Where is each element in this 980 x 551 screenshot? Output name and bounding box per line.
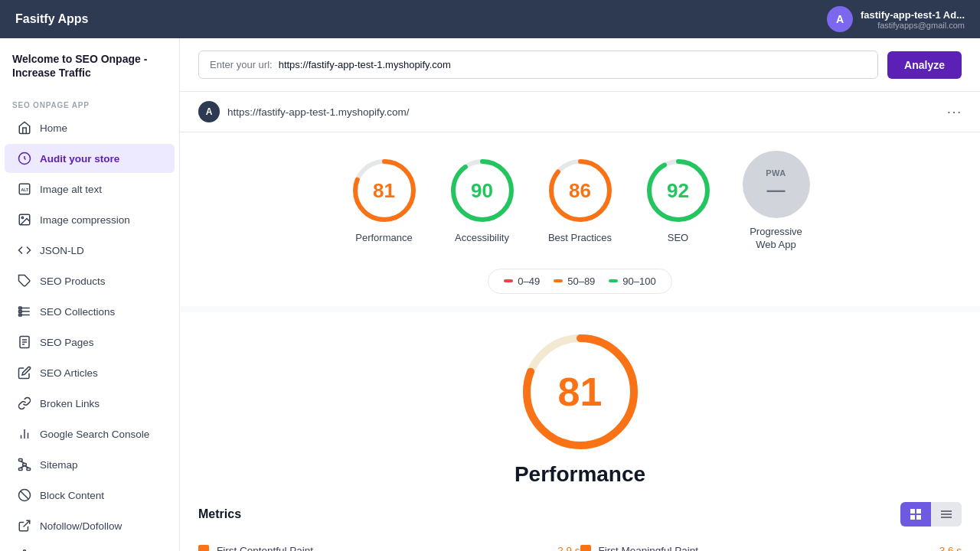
svg-text:ALT: ALT [21,187,30,192]
score-label-seo: SEO [668,232,688,245]
legend-dot-red [504,279,513,282]
home-icon [17,120,32,135]
metrics-title: Metrics [198,507,241,521]
tag-icon [17,273,32,289]
sidebar-item-console[interactable]: Google Search Console [5,419,175,448]
topbar: Fasitfy Apps A fastify-app-test-1 Ad... … [0,0,980,38]
sidebar-item-label: Home [40,122,67,134]
sidebar-item-label: Nofollow/Dofollow [40,520,122,532]
score-circle-accessibility: 90 [449,157,516,224]
sidebar-item-label: Image alt text [40,184,102,195]
svg-rect-19 [27,468,31,471]
sidebar-item-collections[interactable]: SEO Collections [5,297,175,326]
score-number-best-practices: 86 [569,179,591,203]
sidebar-welcome: Welcome to SEO Onpage - Increase Traffic [0,38,179,89]
score-cards-row: 81 Performance 90 Accessibility [180,132,980,261]
svg-line-20 [21,461,24,464]
sidebar-item-label: JSON-LD [40,245,84,256]
legend-range-red: 0–49 [518,276,540,287]
sidebar-item-label: Google Search Console [40,429,149,440]
metrics-header: Metrics [198,502,962,527]
sidebar-item-label: SEO Collections [40,306,115,318]
sidebar-item-audit[interactable]: Audit your store [5,144,175,173]
page-icon [17,334,32,350]
svg-line-24 [21,491,29,500]
site-favicon: A [198,101,220,122]
sidebar-item-nofollow[interactable]: Nofollow/Dofollow [5,511,175,540]
legend-range-orange: 50–89 [567,276,595,287]
svg-rect-18 [19,468,23,471]
pwa-label: PWA [766,168,786,178]
sidebar-item-label: SEO Products [40,276,106,287]
sidebar-item-compression[interactable]: Image compression [5,205,175,234]
sidebar-section-label: SEO ONPAGE APP [0,95,179,112]
grid-view-button[interactable] [900,502,931,527]
site-row-left: A https://fastify-app-test-1.myshopify.c… [198,101,410,122]
url-input-wrap[interactable]: Enter your url: https://fastify-app-test… [198,51,878,79]
score-number-accessibility: 90 [471,179,493,203]
sidebar-item-block[interactable]: Block Content [5,481,175,510]
score-card-seo: 92 SEO [645,157,712,245]
chart-icon [17,426,32,442]
collection-icon [17,304,32,319]
sidebar-item-settings[interactable]: Advanced Setting [5,542,175,551]
sidebar-item-alt[interactable]: ALT Image alt text [5,174,175,204]
svg-rect-16 [19,459,23,461]
sidebar-item-jsonld[interactable]: JSON-LD [5,236,175,265]
score-circle-performance: 81 [351,157,418,224]
nofollow-icon [17,518,32,533]
sidebar-item-broken[interactable]: Broken Links [5,389,175,418]
svg-rect-40 [910,509,915,514]
score-number-performance: 81 [373,179,395,203]
sidebar-item-articles[interactable]: SEO Articles [5,358,175,387]
sidebar-item-home[interactable]: Home [5,113,175,142]
url-bar-area: Enter your url: https://fastify-app-test… [180,38,980,92]
legend-dot-green [609,279,618,282]
legend-pill: 0–49 50–89 90–100 [488,269,671,294]
pwa-dash: — [767,179,786,201]
svg-rect-46 [941,517,952,518]
svg-rect-41 [916,509,921,514]
list-view-button[interactable] [931,502,962,527]
performance-title: Performance [198,462,962,487]
site-row: A https://fastify-app-test-1.myshopify.c… [180,92,980,132]
image-icon [17,212,32,227]
big-circle-wrap: 81 [198,331,962,453]
sidebar-item-label: Sitemap [40,459,78,471]
metric-name-fcp: First Contentful Paint [217,545,550,551]
analyze-button[interactable]: Analyze [887,51,962,79]
user-details: fastify-app-test-1 Ad... fastifyapps@gma… [861,9,965,30]
score-label-performance: Performance [355,232,412,245]
sidebar-item-label: SEO Articles [40,367,98,379]
performance-section: 81 Performance Metrics First [180,312,980,551]
sidebar: Welcome to SEO Onpage - Increase Traffic… [0,38,180,551]
sidebar-item-sitemap[interactable]: Sitemap [5,450,175,479]
svg-rect-17 [23,464,27,466]
broken-link-icon [17,396,32,411]
legend-item-green: 90–100 [609,276,655,287]
svg-rect-43 [916,515,921,520]
metric-name-fmp: First Meaningful Paint [599,545,932,551]
score-circle-best-practices: 86 [547,157,614,224]
score-card-pwa: PWA — ProgressiveWeb App [743,151,810,252]
sidebar-item-label: Broken Links [40,398,100,409]
url-value: https://fastify-app-test-1.myshopify.com [279,59,867,70]
audit-icon [17,151,32,166]
big-performance-circle: 81 [519,331,642,453]
score-label-pwa: ProgressiveWeb App [750,226,802,252]
brand-name: Fasitfy Apps [15,12,88,26]
svg-point-4 [21,217,23,219]
svg-line-25 [24,521,30,527]
sidebar-item-label: Block Content [40,490,104,501]
metric-row-fmp: First Meaningful Paint 3.6 s [580,539,962,551]
more-options-button[interactable]: ⋯ [946,104,962,119]
big-performance-number: 81 [558,369,603,415]
url-label: Enter your url: [210,59,273,70]
user-name: fastify-app-test-1 Ad... [861,9,965,21]
sidebar-item-pages[interactable]: SEO Pages [5,328,175,357]
score-card-performance: 81 Performance [351,157,418,245]
metric-dot-fmp [580,545,591,551]
score-card-best-practices: 86 Best Practices [547,157,614,245]
metric-value-fcp: 2.9 s [557,545,580,551]
sidebar-item-products[interactable]: SEO Products [5,266,175,295]
